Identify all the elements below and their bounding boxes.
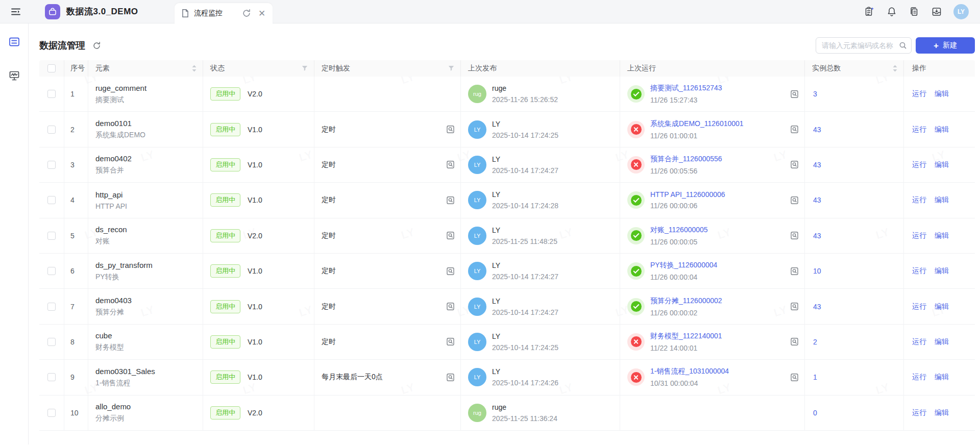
bell-icon[interactable] (886, 6, 897, 17)
sidebar-item-monitor-icon[interactable] (8, 69, 20, 82)
row-checkbox[interactable] (47, 161, 56, 169)
edit-action-link[interactable]: 编辑 (935, 231, 949, 240)
new-button[interactable]: + 新建 (916, 37, 975, 54)
instance-count-link[interactable]: 43 (813, 303, 821, 311)
instance-count-link[interactable]: 43 (813, 126, 821, 134)
instance-count-link[interactable]: 2 (813, 338, 817, 346)
search-icon[interactable] (899, 41, 907, 50)
instance-count-link[interactable]: 43 (813, 232, 821, 240)
view-trigger-icon[interactable] (446, 125, 455, 134)
element-code: http_api (95, 190, 127, 199)
instance-count-link[interactable]: 43 (813, 161, 821, 169)
select-all-checkbox[interactable] (47, 64, 56, 72)
run-action-link[interactable]: 运行 (912, 408, 926, 417)
view-trigger-icon[interactable] (446, 231, 455, 240)
sort-icon[interactable] (893, 65, 897, 72)
view-run-log-icon[interactable] (790, 90, 799, 98)
view-run-log-icon[interactable] (790, 373, 799, 382)
instance-count-link[interactable]: 43 (813, 196, 821, 204)
view-trigger-icon[interactable] (446, 160, 455, 169)
view-trigger-icon[interactable] (446, 373, 455, 382)
edit-action-link[interactable]: 编辑 (935, 302, 949, 311)
edit-action-link[interactable]: 编辑 (935, 195, 949, 205)
row-checkbox[interactable] (47, 338, 56, 346)
row-checkbox[interactable] (47, 196, 56, 204)
edit-action-link[interactable]: 编辑 (935, 125, 949, 134)
filter-icon[interactable] (448, 65, 454, 71)
row-checkbox[interactable] (47, 90, 56, 98)
instance-count-link[interactable]: 1 (813, 373, 817, 381)
collapse-menu-icon[interactable] (10, 6, 21, 17)
row-checkbox[interactable] (47, 373, 56, 381)
run-action-link[interactable]: 运行 (912, 195, 926, 205)
filter-icon[interactable] (302, 65, 308, 71)
edit-action-link[interactable]: 编辑 (935, 89, 949, 98)
run-instance-link[interactable]: 摘要测试_1126152743 (650, 84, 722, 93)
publisher-avatar: rug (468, 404, 486, 422)
run-instance-link[interactable]: 系统集成DEMO_1126010001 (650, 119, 744, 129)
inbox-icon[interactable] (931, 6, 942, 17)
app-logo-icon[interactable] (45, 4, 60, 19)
run-action-link[interactable]: 运行 (912, 373, 926, 382)
view-trigger-icon[interactable] (446, 337, 455, 346)
row-checkbox[interactable] (47, 232, 56, 240)
row-checkbox[interactable] (47, 126, 56, 134)
view-trigger-icon[interactable] (446, 267, 455, 276)
row-checkbox[interactable] (47, 267, 56, 275)
instance-count-link[interactable]: 0 (813, 409, 817, 417)
main-content: LYLYLYLYLYLYLYLYLYLYLYLYLYLYLYLYLYLYLYLY… (29, 23, 980, 444)
row-index: 6 (70, 267, 75, 275)
run-instance-link[interactable]: 预算合并_1126000556 (650, 155, 722, 164)
status-badge: 启用中 (210, 87, 240, 101)
run-instance-link[interactable]: 1-销售流程_1031000004 (650, 367, 729, 376)
run-instance-link[interactable]: 预算分摊_1126000002 (650, 296, 722, 306)
row-checkbox[interactable] (47, 409, 56, 417)
element-name: 系统集成DEMO (95, 131, 145, 140)
instance-count-link[interactable]: 10 (813, 267, 821, 275)
publish-time: 2025-10-14 17:24:28 (492, 202, 558, 210)
edit-action-link[interactable]: 编辑 (935, 373, 949, 382)
run-instance-link[interactable]: 对账_1126000005 (650, 226, 708, 235)
instance-count-link[interactable]: 3 (813, 90, 817, 98)
documents-icon[interactable] (909, 6, 920, 17)
edit-action-link[interactable]: 编辑 (935, 266, 949, 276)
tab-process-monitor[interactable]: 流程监控 ✕ (175, 3, 273, 23)
run-instance-link[interactable]: 财务模型_1122140001 (650, 332, 722, 341)
close-icon[interactable]: ✕ (257, 9, 266, 18)
view-run-log-icon[interactable] (790, 267, 799, 276)
user-avatar[interactable]: LY (953, 4, 969, 19)
col-index: 序号 (70, 64, 85, 73)
notes-ai-icon[interactable] (864, 6, 875, 17)
view-run-log-icon[interactable] (790, 337, 799, 346)
view-run-log-icon[interactable] (790, 302, 799, 311)
run-action-link[interactable]: 运行 (912, 125, 926, 134)
edit-action-link[interactable]: 编辑 (935, 337, 949, 347)
view-run-log-icon[interactable] (790, 196, 799, 205)
page-refresh-icon[interactable] (92, 41, 101, 50)
element-code: demo0403 (95, 296, 132, 305)
edit-action-link[interactable]: 编辑 (935, 408, 949, 417)
edit-action-link[interactable]: 编辑 (935, 160, 949, 169)
view-run-log-icon[interactable] (790, 231, 799, 240)
run-instance-link[interactable]: PY转换_1126000004 (650, 261, 717, 270)
sidebar-item-dataflow-table-icon[interactable] (8, 36, 20, 48)
run-instance-link[interactable]: HTTP API_1126000006 (650, 190, 725, 199)
run-action-link[interactable]: 运行 (912, 231, 926, 240)
run-action-link[interactable]: 运行 (912, 302, 926, 311)
run-action-link[interactable]: 运行 (912, 89, 926, 98)
view-run-log-icon[interactable] (790, 125, 799, 134)
run-action-link[interactable]: 运行 (912, 266, 926, 276)
refresh-icon[interactable] (242, 9, 251, 18)
row-checkbox[interactable] (47, 303, 56, 311)
run-action-link[interactable]: 运行 (912, 160, 926, 169)
publish-time: 2025-10-14 17:24:26 (492, 379, 558, 387)
publisher-name: LY (492, 155, 558, 163)
publisher-avatar: LY (468, 368, 486, 386)
view-trigger-icon[interactable] (446, 302, 455, 311)
view-run-log-icon[interactable] (790, 160, 799, 169)
view-trigger-icon[interactable] (446, 196, 455, 205)
run-action-link[interactable]: 运行 (912, 337, 926, 347)
sort-icon[interactable] (192, 65, 197, 72)
version-label: V1.0 (248, 373, 262, 381)
search-input[interactable] (816, 37, 912, 54)
